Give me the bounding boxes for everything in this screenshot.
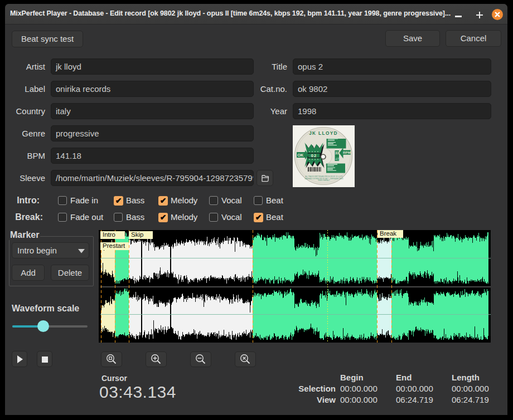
svg-text:OK: OK — [297, 153, 304, 158]
svg-text:02: 02 — [311, 153, 317, 158]
svg-text:WWW.ONIRIKA.IT: WWW.ONIRIKA.IT — [318, 179, 330, 182]
svg-text:45: 45 — [335, 157, 340, 161]
svg-text:ALL TRACKS WRITTEN AND PRODUCE: ALL TRACKS WRITTEN AND PRODUCED BY JK LL… — [306, 175, 343, 178]
svg-text:33: 33 — [335, 151, 340, 155]
svg-text:JK LLOYD: JK LLOYD — [309, 131, 338, 136]
svg-text:RPM: RPM — [343, 151, 351, 154]
svg-text:MADE AND DISTRIBUTED IN ITALY: MADE AND DISTRIBUTED IN ITALY - ONIRIKA … — [305, 178, 343, 180]
